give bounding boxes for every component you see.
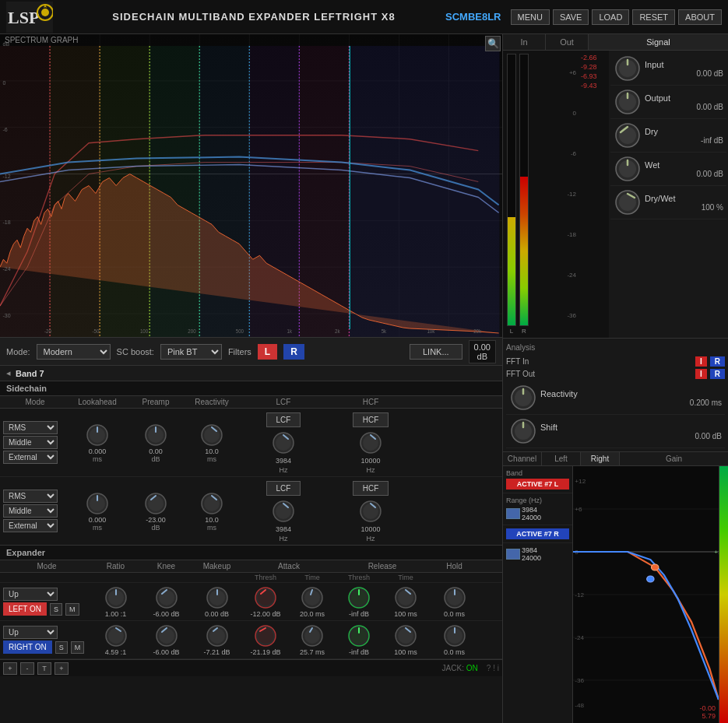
expander-m-button-1[interactable]: M xyxy=(65,603,79,616)
tab-left[interactable]: Left xyxy=(542,452,581,465)
plugin-title: SIDECHAIN MULTIBAND EXPANDER LEFTRIGHT X… xyxy=(62,11,445,23)
filter-l-button[interactable]: L xyxy=(258,344,277,360)
attack-thresh-knob-2[interactable] xyxy=(253,623,278,648)
reactivity-knob-1[interactable] xyxy=(199,423,224,447)
sidechain-mode1-select-2[interactable]: RMSPeak xyxy=(3,490,58,503)
hcf-knob-2[interactable] xyxy=(358,499,383,524)
filter-r-button[interactable]: R xyxy=(283,344,304,360)
spectrum-zoom-button[interactable]: 🔍 xyxy=(485,36,501,51)
expander-makeup-1: 0.00 dB xyxy=(192,585,242,618)
lcf-knob-1[interactable] xyxy=(271,430,296,455)
meter-readout-3: -6.93 xyxy=(581,72,606,80)
preamp-knob-2[interactable] xyxy=(143,491,168,516)
expander-m-button-2[interactable]: M xyxy=(71,641,85,654)
analysis-reactivity-knob[interactable] xyxy=(509,384,537,412)
hcf-knob-1[interactable] xyxy=(358,430,383,455)
sidechain-mode3-select-2[interactable]: ExternalInternal xyxy=(3,519,58,532)
lcf-button-1[interactable]: LCF xyxy=(266,412,301,427)
wet-knob-row: Wet 0.00 dB xyxy=(610,153,726,186)
hold-knob-1[interactable] xyxy=(442,585,467,610)
expander-mode-col-2: UpDown RIGHT ON S M xyxy=(3,626,90,654)
fft-in-blue-button[interactable]: R xyxy=(710,356,725,367)
sidechain-mode1-select-1[interactable]: RMSPeak xyxy=(3,421,58,434)
meter-readout-1: -2.66 xyxy=(581,54,606,61)
link-button[interactable]: LINK... xyxy=(410,344,462,360)
fft-in-red-button[interactable]: I xyxy=(695,356,707,367)
menu-button[interactable]: MENU xyxy=(511,9,550,25)
svg-text:2k: 2k xyxy=(335,328,340,334)
release-thresh-knob-2[interactable] xyxy=(346,623,371,648)
expander-mode-select-1[interactable]: UpDown xyxy=(3,588,58,601)
save-button[interactable]: SAVE xyxy=(553,9,589,25)
lcf-knob-2[interactable] xyxy=(271,499,296,524)
sidechain-mode2-select-1[interactable]: MiddleSideLeftRight xyxy=(3,436,58,449)
tab-signal[interactable]: Signal xyxy=(589,34,728,50)
tab-out[interactable]: Out xyxy=(546,34,589,50)
about-button[interactable]: ABOUT xyxy=(678,9,722,25)
expander-label: Expander xyxy=(0,546,502,560)
wet-knob[interactable] xyxy=(614,155,642,183)
attack-thresh-knob-1[interactable] xyxy=(253,585,278,610)
makeup-knob-1[interactable] xyxy=(205,585,230,610)
fft-out-red-button[interactable]: I xyxy=(695,369,707,379)
tab-in[interactable]: In xyxy=(503,34,546,50)
svg-point-93 xyxy=(258,590,273,605)
svg-point-87 xyxy=(159,590,174,605)
reactivity-knob-2[interactable] xyxy=(199,491,224,516)
tab-gain[interactable]: Gain xyxy=(620,452,728,465)
band-arrow[interactable]: ◂ xyxy=(6,368,11,378)
fft-out-blue-button[interactable]: R xyxy=(710,369,725,379)
sidechain-mode3-select-1[interactable]: ExternalInternal xyxy=(3,451,58,464)
sidechain-mode2-select-2[interactable]: MiddleSideLeftRight xyxy=(3,504,58,518)
svg-point-3 xyxy=(41,9,49,16)
lookahead-knob-2[interactable] xyxy=(85,491,110,516)
output-knob[interactable] xyxy=(614,88,642,116)
tab-channel[interactable]: Channel xyxy=(503,452,542,465)
hold-knob-2[interactable] xyxy=(442,623,467,648)
release-thresh-knob-1[interactable] xyxy=(346,585,371,610)
lookahead-knob-1[interactable] xyxy=(85,423,110,447)
release-time-knob-2[interactable] xyxy=(393,623,418,648)
expander-left-on-toggle-1[interactable]: LEFT ON xyxy=(3,602,47,616)
load-button[interactable]: LOAD xyxy=(592,9,629,25)
freq-response-panel: Channel Left Right Gain Band ACTIVE #7 L xyxy=(503,451,728,723)
hcf-button-2[interactable]: HCF xyxy=(353,481,389,496)
remove-band-button[interactable]: - xyxy=(20,662,34,675)
reset-button[interactable]: RESET xyxy=(632,9,675,25)
sidechain-lcf-2: LCF 3984 Hz xyxy=(240,479,327,542)
ratio-knob-2[interactable] xyxy=(104,623,128,648)
meter-tabs: In Out Signal xyxy=(503,34,728,51)
knee-knob-1[interactable] xyxy=(154,585,179,610)
svg-point-81 xyxy=(363,504,378,519)
expander-right-on-toggle-2[interactable]: RIGHT ON xyxy=(3,641,52,654)
lcf-button-2[interactable]: LCF xyxy=(266,481,301,496)
expander-s-button-2[interactable]: S xyxy=(55,641,68,654)
sc-boost-select[interactable]: Pink BT Pink MT Brown BT xyxy=(160,344,222,360)
expander-s-button-1[interactable]: S xyxy=(50,603,62,616)
release-time-knob-1[interactable] xyxy=(393,585,418,610)
makeup-knob-2[interactable] xyxy=(205,623,230,648)
vu-meter-left-channel: L xyxy=(506,54,517,335)
t-button[interactable]: T xyxy=(37,662,51,675)
ratio-knob-1[interactable] xyxy=(104,585,128,610)
expander-attack-thresh-1: -12.00 dB xyxy=(242,585,289,618)
analysis-shift-knob[interactable] xyxy=(509,417,537,445)
active-7l-button[interactable]: ACTIVE #7 L xyxy=(506,479,569,490)
plus2-button[interactable]: + xyxy=(55,662,69,675)
sidechain-mode-col-1: RMSPeak MiddleSideLeftRight ExternalInte… xyxy=(3,421,67,464)
add-band-button[interactable]: + xyxy=(3,662,17,675)
expander-mode-select-2[interactable]: UpDown xyxy=(3,626,58,639)
preamp-knob-1[interactable] xyxy=(143,423,168,447)
knee-knob-2[interactable] xyxy=(154,623,179,648)
attack-time-knob-2[interactable] xyxy=(300,623,325,648)
drywet-knob[interactable] xyxy=(614,188,642,216)
dry-knob[interactable] xyxy=(614,121,642,149)
hcf-button-1[interactable]: HCF xyxy=(353,412,389,427)
svg-text:-30: -30 xyxy=(3,312,11,320)
mode-select[interactable]: Modern Classic Linear Phase xyxy=(37,344,111,360)
db-scale-meters: +6 0 -6 -12 -18 -24 -36 xyxy=(550,51,578,338)
tab-right[interactable]: Right xyxy=(581,452,620,465)
input-knob[interactable] xyxy=(614,54,642,82)
active-7r-button[interactable]: ACTIVE #7 R xyxy=(506,528,569,539)
attack-time-knob-1[interactable] xyxy=(300,585,325,610)
